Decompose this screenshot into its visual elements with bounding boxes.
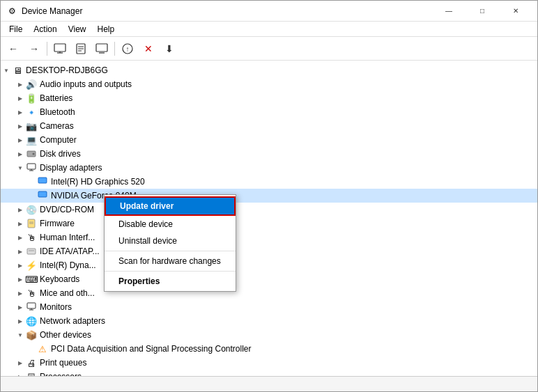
- tree-item-otherdevices[interactable]: ▼ 📦 Other devices: [1, 328, 537, 342]
- maximize-button[interactable]: □: [466, 1, 498, 22]
- tree-root[interactable]: ▼ 🖥 DESKTOP-RDJB6GG: [1, 63, 537, 77]
- tree-item-cameras[interactable]: ▶ 📷 Cameras: [1, 119, 537, 133]
- keyboards-label: Keyboards: [40, 274, 79, 284]
- nvidia-expand: [26, 190, 37, 201]
- displayadapters-icon: [26, 162, 37, 173]
- network-label: Network adapters: [40, 316, 105, 326]
- main-content: ▼ 🖥 DESKTOP-RDJB6GG ▶ 🔊 Audio inputs and…: [1, 61, 537, 376]
- inteldyna-expand: ▶: [15, 260, 26, 271]
- computer-expand: ▶: [15, 134, 26, 146]
- displayadapters-label: Display adapters: [40, 163, 102, 173]
- inteldyna-icon: ⚡: [26, 260, 37, 271]
- toolbar-remove[interactable]: ✕: [139, 40, 158, 58]
- app-icon: ⚙: [6, 6, 17, 17]
- bluetooth-icon: 🔹: [26, 107, 37, 118]
- tree-item-firmware[interactable]: ▶ Firmware: [1, 217, 537, 230]
- tree-item-bluetooth[interactable]: ▶ 🔹 Bluetooth: [1, 105, 537, 119]
- processors-expand: ▶: [15, 371, 26, 376]
- ctx-scan-hardware[interactable]: Scan for hardware changes: [105, 253, 236, 269]
- toolbar-forward[interactable]: →: [24, 40, 44, 58]
- toolbar-scan[interactable]: [92, 40, 112, 58]
- tree-item-keyboards[interactable]: ▶ ⌨ Keyboards: [1, 272, 537, 286]
- tree-item-audio[interactable]: ▶ 🔊 Audio inputs and outputs: [1, 77, 537, 91]
- human-icon: 🖱: [26, 232, 37, 243]
- pcidata-expand: [26, 343, 37, 354]
- ctx-uninstall-device[interactable]: Uninstall device: [105, 233, 236, 249]
- ide-expand: ▶: [15, 246, 26, 257]
- toolbar-separator-1: [47, 42, 47, 56]
- monitors-icon: [26, 301, 37, 313]
- otherdevices-expand: ▼: [15, 329, 26, 340]
- root-icon: 🖥: [12, 65, 23, 76]
- bluetooth-expand: ▶: [15, 107, 26, 118]
- menu-help[interactable]: Help: [92, 23, 121, 36]
- processors-label: Processors: [40, 372, 82, 376]
- svg-rect-0: [54, 44, 66, 52]
- intel-expand: [26, 176, 37, 187]
- toolbar-update[interactable]: ↑: [118, 40, 137, 58]
- tree-item-inteldyna[interactable]: ▶ ⚡ Intel(R) Dyna...: [1, 258, 537, 272]
- cameras-label: Cameras: [40, 121, 74, 131]
- otherdevices-label: Other devices: [40, 330, 91, 340]
- ctx-disable-device[interactable]: Disable device: [105, 216, 236, 233]
- diskdrives-expand: ▶: [15, 148, 26, 159]
- root-expand-icon: ▼: [1, 65, 12, 76]
- svg-rect-16: [38, 178, 47, 183]
- ctx-properties[interactable]: Properties: [105, 273, 236, 290]
- menu-file[interactable]: File: [3, 23, 28, 36]
- mice-label: Mice and oth...: [40, 288, 95, 298]
- device-tree[interactable]: ▼ 🖥 DESKTOP-RDJB6GG ▶ 🔊 Audio inputs and…: [1, 61, 537, 376]
- nvidia-icon: [37, 190, 48, 201]
- tree-item-intel[interactable]: Intel(R) HD Graphics 520: [1, 175, 537, 189]
- pcidata-icon: ⚠: [37, 343, 48, 354]
- tree-item-printqueues[interactable]: ▶ 🖨 Print queues: [1, 356, 537, 370]
- displayadapters-expand: ▼: [15, 162, 26, 173]
- toolbar-properties[interactable]: [71, 40, 91, 58]
- tree-item-diskdrives[interactable]: ▶ Disk drives: [1, 147, 537, 161]
- otherdevices-icon: 📦: [26, 329, 37, 340]
- tree-item-mice[interactable]: ▶ 🖱 Mice and oth...: [1, 286, 537, 300]
- window-controls: — □ ✕: [433, 1, 532, 22]
- computer-icon: 💻: [26, 134, 37, 146]
- device-manager-window: ⚙ Device Manager — □ ✕ File Action View …: [0, 0, 538, 392]
- tree-item-nvidia[interactable]: NVIDIA GeForce 940M: [1, 189, 537, 203]
- mice-expand: ▶: [15, 288, 26, 299]
- ctx-update-driver[interactable]: Update driver: [105, 196, 236, 216]
- svg-rect-7: [96, 44, 107, 52]
- batteries-expand: ▶: [15, 93, 26, 104]
- toolbar-back[interactable]: ←: [3, 40, 23, 58]
- ctx-separator-2: [105, 271, 236, 272]
- svg-rect-27: [30, 375, 33, 377]
- audio-icon: 🔊: [26, 79, 37, 90]
- tree-item-pcidata[interactable]: ⚠ PCI Data Acquisition and Signal Proces…: [1, 342, 537, 356]
- dvd-icon: 💿: [26, 204, 37, 215]
- tree-item-monitors[interactable]: ▶ Monitors: [1, 300, 537, 314]
- svg-rect-21: [27, 249, 36, 254]
- tree-item-ide[interactable]: ▶ IDE ATA/ATAP...: [1, 244, 537, 258]
- title-bar-text: Device Manager: [22, 6, 433, 16]
- menu-action[interactable]: Action: [28, 23, 62, 36]
- tree-item-human[interactable]: ▶ 🖱 Human Interf...: [1, 230, 537, 244]
- menu-view[interactable]: View: [63, 23, 92, 36]
- monitors-expand: ▶: [15, 301, 26, 313]
- tree-item-computer[interactable]: ▶ 💻 Computer: [1, 133, 537, 147]
- ide-label: IDE ATA/ATAP...: [40, 246, 100, 256]
- tree-item-network[interactable]: ▶ 🌐 Network adapters: [1, 314, 537, 328]
- tree-item-batteries[interactable]: ▶ 🔋 Batteries: [1, 91, 537, 105]
- firmware-label: Firmware: [40, 219, 75, 228]
- dvd-label: DVD/CD-ROM: [40, 205, 94, 214]
- dvd-expand: ▶: [15, 204, 26, 215]
- tree-item-dvd[interactable]: ▶ 💿 DVD/CD-ROM: [1, 203, 537, 217]
- minimize-button[interactable]: —: [433, 1, 465, 22]
- close-button[interactable]: ✕: [500, 1, 532, 22]
- tree-item-displayadapters[interactable]: ▼ Display adapters: [1, 161, 537, 175]
- root-label: DESKTOP-RDJB6GG: [26, 65, 108, 75]
- context-menu: Update driver Disable device Uninstall d…: [104, 194, 236, 292]
- toolbar-computer[interactable]: [50, 40, 70, 58]
- intel-icon: [37, 176, 48, 187]
- audio-expand: ▶: [15, 79, 26, 90]
- tree-item-processors[interactable]: ▶ Processors: [1, 370, 537, 376]
- status-bar: [1, 376, 537, 391]
- pcidata-label: PCI Data Acquisition and Signal Processi…: [51, 344, 251, 354]
- toolbar-add[interactable]: ⬇: [160, 40, 179, 58]
